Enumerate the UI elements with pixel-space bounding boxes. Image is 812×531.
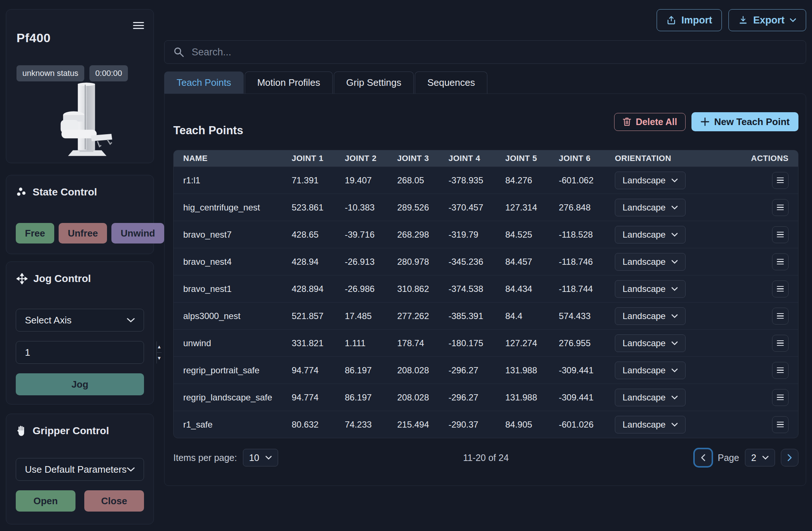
export-button[interactable]: Export [728, 9, 806, 31]
row-menu-button[interactable] [772, 253, 789, 270]
cell-joint: -118.744 [549, 284, 605, 294]
cell-joint: 94.774 [282, 365, 335, 376]
cell-name: regrip_portrait_safe [174, 365, 282, 376]
cell-orientation: Landscape [605, 334, 697, 352]
cell-joint: 277.262 [388, 311, 439, 321]
orientation-select[interactable]: Landscape [615, 307, 686, 325]
orientation-select[interactable]: Landscape [615, 389, 686, 406]
column-header: JOINT 6 [549, 154, 605, 163]
export-label: Export [753, 15, 785, 26]
table-row: bravo_nest7 428.65 -39.716 268.298 -319.… [174, 221, 798, 248]
row-menu-button[interactable] [772, 199, 789, 216]
unwind-button[interactable]: Unwind [111, 223, 164, 243]
row-menu-button[interactable] [772, 416, 789, 433]
tab-grip-settings[interactable]: Grip Settings [334, 72, 414, 94]
tab-teach-points[interactable]: Teach Points [164, 72, 244, 94]
cell-name: hig_centrifuge_nest [174, 202, 282, 213]
orientation-select[interactable]: Landscape [615, 253, 686, 271]
orientation-select[interactable]: Landscape [615, 334, 686, 352]
chevron-down-icon [671, 287, 678, 291]
cell-orientation: Landscape [605, 362, 697, 379]
cell-joint: -296.27 [439, 365, 496, 376]
prev-page-button[interactable] [694, 449, 712, 466]
row-menu-button[interactable] [772, 172, 789, 189]
orientation-select[interactable]: Landscape [615, 226, 686, 243]
cell-joint: 94.774 [282, 392, 335, 403]
step-up-button[interactable]: ▲ [157, 341, 162, 353]
jog-control-card: Jog Control Select Axis ▲ ▼ Jog [6, 261, 154, 404]
column-header: JOINT 4 [439, 154, 496, 163]
table-row: bravo_nest1 428.894 -26.986 310.862 -374… [174, 275, 798, 302]
cell-joint: 208.028 [388, 365, 439, 376]
step-down-button[interactable]: ▼ [157, 353, 162, 364]
chevron-down-icon [762, 455, 769, 460]
new-teach-point-button[interactable]: New Teach Point [691, 112, 798, 131]
cell-joint: 84.276 [496, 175, 549, 186]
cell-joint: 268.05 [388, 175, 439, 186]
gripper-close-button[interactable]: Close [84, 490, 144, 512]
orientation-select[interactable]: Landscape [615, 416, 686, 433]
tab-sequences[interactable]: Sequences [415, 72, 487, 94]
unfree-button[interactable]: Unfree [59, 223, 107, 243]
chevron-down-icon [127, 467, 135, 472]
next-page-button[interactable] [781, 449, 798, 466]
row-menu-button[interactable] [772, 389, 789, 406]
cell-joint: -309.441 [549, 365, 605, 376]
column-header: JOINT 1 [282, 154, 335, 163]
cell-joint: 276.848 [549, 202, 605, 213]
orientation-value: Landscape [623, 257, 665, 267]
free-button[interactable]: Free [16, 223, 54, 243]
panel-heading: Teach Points [173, 124, 243, 137]
cell-name: bravo_nest7 [174, 230, 282, 240]
cell-joint: -118.528 [549, 230, 605, 240]
cell-actions [697, 362, 798, 379]
row-menu-button[interactable] [772, 335, 789, 352]
cell-orientation: Landscape [605, 280, 697, 298]
row-menu-button[interactable] [772, 226, 789, 243]
row-menu-button[interactable] [772, 308, 789, 325]
tab-motion-profiles[interactable]: Motion Profiles [245, 72, 333, 94]
chevron-right-icon [787, 454, 792, 461]
orientation-select[interactable]: Landscape [615, 362, 686, 379]
cell-joint: -319.79 [439, 230, 496, 240]
upload-icon [667, 15, 676, 25]
import-button[interactable]: Import [657, 9, 722, 31]
orientation-select[interactable]: Landscape [615, 199, 686, 216]
orientation-value: Landscape [623, 338, 665, 348]
cell-joint: 331.821 [282, 338, 335, 348]
table-row: regrip_landscape_safe 94.774 86.197 208.… [174, 384, 798, 411]
new-teach-point-label: New Teach Point [714, 116, 790, 128]
cell-joint: -374.538 [439, 284, 496, 294]
orientation-select[interactable]: Landscape [615, 280, 686, 298]
menu-icon [777, 367, 784, 369]
range-text: 11-20 of 24 [463, 453, 509, 463]
orientation-select[interactable]: Landscape [615, 172, 686, 189]
card-menu-icon[interactable] [133, 22, 144, 30]
cell-joint: 215.494 [388, 420, 439, 430]
menu-icon [777, 232, 784, 233]
delete-all-button[interactable]: Delete All [614, 113, 686, 131]
gripper-params-select[interactable]: Use Default Parameters [16, 458, 144, 481]
axis-select-value: Select Axis [25, 315, 71, 326]
orientation-value: Landscape [623, 311, 665, 321]
jog-distance-field: ▲ ▼ [16, 341, 144, 364]
row-menu-button[interactable] [772, 362, 789, 379]
cell-joint: 310.862 [388, 284, 439, 294]
search-input[interactable] [184, 47, 806, 58]
cell-orientation: Landscape [605, 172, 697, 189]
gripper-open-button[interactable]: Open [16, 490, 75, 512]
jog-button[interactable]: Jog [16, 373, 144, 395]
cell-joint: -385.391 [439, 311, 496, 321]
cell-joint: 86.197 [335, 392, 388, 403]
cell-name: alps3000_nest [174, 311, 282, 321]
orientation-value: Landscape [623, 420, 665, 430]
jog-distance-input[interactable] [16, 341, 156, 363]
page-select[interactable]: 2 [745, 449, 775, 466]
table-row: alps3000_nest 521.857 17.485 277.262 -38… [174, 302, 798, 329]
orientation-value: Landscape [623, 392, 665, 403]
cell-joint: 127.314 [496, 202, 549, 213]
cell-joint: 127.274 [496, 338, 549, 348]
row-menu-button[interactable] [772, 281, 789, 297]
axis-select[interactable]: Select Axis [16, 309, 144, 332]
cell-joint: -370.457 [439, 202, 496, 213]
